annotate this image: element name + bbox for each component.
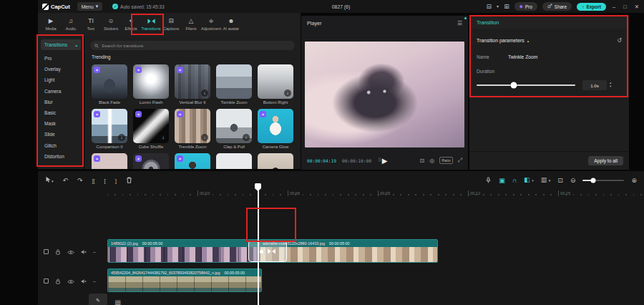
eye-icon[interactable] [67,274,74,287]
screen-record-icon[interactable]: ⊡ [557,178,563,184]
transition-card[interactable]: ✦↓Comparison II [92,109,127,150]
tab-effects[interactable]: ✦Effects [121,13,141,36]
transition-card[interactable]: ✦↓Lumin Flash [133,64,169,106]
transition-thumbnail[interactable]: ✦↓ [92,64,127,99]
tab-ai-avatar[interactable]: ☻AI avatar [221,13,241,36]
transition-card[interactable]: ✦↓Cube Shuffle [133,109,169,150]
transition-thumbnail[interactable]: ✦↓ [258,64,293,99]
sidebar-item-transitions[interactable]: Transitions ▴ [41,39,81,50]
collapse-icon[interactable]: ▴ [527,39,530,43]
ratio-button[interactable]: Ratio [439,157,452,164]
quality-icon[interactable]: ⊡ [420,158,425,164]
transition-thumbnail[interactable]: ✦↓ [92,109,127,143]
zoom-out-icon[interactable]: ⊖ [570,178,576,184]
lock-icon[interactable] [55,274,61,287]
tab-filters[interactable]: △Filters [181,13,201,36]
close-button[interactable]: ✕ [635,4,639,10]
frame-grid-icon[interactable]: ⠿ [378,158,381,163]
pro-button[interactable]: ◆ Pro [514,2,537,11]
sidebar-item-blur[interactable]: Blur [38,97,84,107]
transition-thumbnail[interactable]: ✦↓ [175,109,210,143]
transition-thumbnail[interactable]: ✦↓ [133,64,169,99]
redo-icon[interactable]: ↷ [77,178,83,184]
transition-thumbnail[interactable]: ✦↓ [258,153,293,169]
sidebar-item-basic[interactable]: Basic [38,107,84,118]
transition-thumbnail[interactable]: ✦↓ [216,109,252,143]
panel-layout-icon[interactable]: ⊞ [504,4,509,10]
reset-icon[interactable]: ↺ [617,37,622,44]
track-order-icon[interactable] [44,249,49,254]
sidebar-item-distortion[interactable]: Distortion [38,151,84,162]
transition-thumbnail[interactable]: ✦↓ [216,153,252,169]
transition-thumbnail[interactable]: ✦↓ [258,109,293,143]
track-order-icon[interactable] [44,279,49,284]
collapse-track-icon[interactable]: – [93,279,96,284]
applied-transition-marker[interactable] [248,241,287,262]
transition-card[interactable]: ✦↓ [175,153,210,169]
mute-icon[interactable] [81,274,87,287]
play-button[interactable]: ▶ [382,157,388,165]
transition-thumbnail[interactable]: ✦↓ [175,153,210,169]
mute-icon[interactable] [81,245,87,258]
transition-card[interactable]: ✦↓Bottom Right [258,64,293,106]
duration-slider[interactable] [477,84,575,86]
duration-value[interactable]: 1.0s [582,80,607,90]
layout-dropdown-icon[interactable]: ▾ [497,4,499,10]
hamburger-icon[interactable]: ☰ [457,20,462,26]
transition-card[interactable]: ✦↓ [258,153,293,169]
preview-axis-icon[interactable]: ◧ ▾ [524,177,534,184]
cover-button[interactable]: ✎ Cover [89,294,107,305]
eye-icon[interactable] [67,245,74,258]
sidebar-item-camera[interactable]: Camera [38,86,84,97]
collapse-track-icon[interactable]: – [93,249,96,254]
magnet-snap-icon[interactable]: ∩ [512,178,517,184]
transition-thumbnail[interactable]: ✦↓ [133,153,169,169]
transition-card[interactable]: ✦↓ [92,153,127,169]
timeline-clip[interactable]: 1489022 (2).jpg00:00:05:00 [107,239,259,263]
zoom-slider-thumb[interactable] [590,178,595,183]
apply-to-all-button[interactable]: Apply to all [588,156,623,165]
tab-text[interactable]: TIText [81,13,101,36]
tab-captions[interactable]: ⊟Captions [161,13,181,36]
timeline-ruler[interactable]: 00:03 00:06 00:09 00:12 00:15 [107,190,644,198]
tab-audio[interactable]: ♫Audio [61,13,81,36]
tab-stickers[interactable]: ☺Stickers [101,13,121,36]
trim-right-icon[interactable]: ] [115,178,117,184]
focus-icon[interactable]: ◎ [429,158,434,164]
mute-icon[interactable] [81,301,87,305]
tab-adjustment[interactable]: ≑Adjustment [201,13,221,36]
undo-icon[interactable]: ↶ [63,178,69,184]
sidebar-item-light[interactable]: Light [38,74,84,85]
transition-card[interactable]: ✦↓ [133,153,169,169]
record-voiceover-icon[interactable] [485,177,492,185]
transition-thumbnail[interactable]: ✦↓ [133,109,169,143]
transition-card[interactable]: ✦↓Tremble Zoom [175,109,210,150]
minimize-button[interactable]: – [613,4,615,10]
transition-card[interactable]: ✦↓Vertical Blur II [175,64,210,106]
duration-slider-thumb[interactable] [511,82,517,89]
share-button[interactable]: Share [542,2,572,11]
sidebar-item-overlay[interactable]: Overlay [38,64,84,74]
transition-card[interactable]: ✦↓Black Fade [92,64,127,106]
search-input[interactable]: Search for transitions [90,41,295,50]
timeline-zoom-slider[interactable] [582,180,624,181]
playhead-line[interactable] [258,183,259,305]
fullscreen-icon[interactable]: ⤢ [458,157,462,164]
timeline-clip[interactable]: 459542204_8426417444381792_6037893493820… [107,268,262,292]
transition-thumbnail[interactable]: ✦↓ [92,153,127,169]
mosaic-icon[interactable]: ▣ [499,178,505,184]
sidebar-item-glitch[interactable]: Glitch [38,140,84,151]
tab-transitions[interactable]: Transitions [141,13,161,36]
cursor-tool-icon[interactable]: ▾ [45,176,54,185]
stepper-down-icon[interactable]: ▾ [610,85,611,89]
transition-card[interactable]: ✦↓Camera Glow [258,109,293,150]
transition-card[interactable]: ✦↓Clap & Pull [216,109,252,150]
maximize-button[interactable]: □ [623,4,627,10]
sidebar-item-pro[interactable]: Pro [38,53,84,64]
layout-toggle-icon[interactable]: ⊟ [487,4,492,10]
tab-media[interactable]: ▶Media [41,13,61,36]
sidebar-item-slide[interactable]: Slide [38,129,84,140]
export-button[interactable]: ↑ Export [577,3,606,11]
zoom-in-icon[interactable]: ⊕ [631,178,637,184]
transition-card[interactable]: ✦↓Twinkle Zoom [216,64,252,106]
